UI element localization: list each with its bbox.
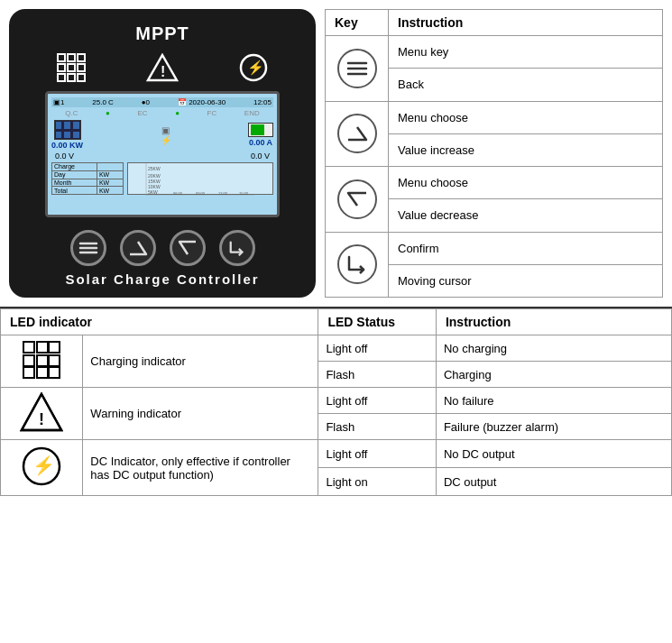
led-indicator-header: LED indicator <box>1 309 318 335</box>
svg-rect-0 <box>58 54 65 61</box>
menu-key-button[interactable] <box>337 49 377 88</box>
svg-rect-30 <box>23 342 34 353</box>
table-row: Menu key <box>326 36 663 69</box>
svg-rect-4 <box>68 64 75 71</box>
svg-text:!: ! <box>39 410 44 428</box>
value-decrease-instruction: Value decrease <box>389 199 663 232</box>
back-instruction: Back <box>389 69 663 101</box>
confirm-key-icon-cell <box>326 232 389 298</box>
up-key-button[interactable] <box>337 114 377 153</box>
svg-rect-8 <box>78 74 85 81</box>
svg-rect-3 <box>58 64 65 71</box>
svg-rect-7 <box>68 74 75 81</box>
failure-instruction: Failure (buzzer alarm) <box>436 414 671 440</box>
svg-rect-37 <box>37 367 48 378</box>
down-key-button[interactable] <box>337 179 377 219</box>
dc-status-on: Light on <box>318 468 437 496</box>
key-table-container: Key Instruction <box>325 9 663 298</box>
table-row: ⚡ DC Indicator, only effective if contro… <box>1 440 672 468</box>
device-confirm-button[interactable] <box>219 230 255 266</box>
led-instruction-header: Instruction <box>436 309 671 335</box>
svg-rect-36 <box>23 367 34 378</box>
svg-text:!: ! <box>161 64 165 79</box>
no-charging-instruction: No charging <box>436 335 671 362</box>
table-row: Menu choose <box>326 101 663 133</box>
device-buttons <box>63 230 262 266</box>
table-row: Menu choose <box>326 167 663 199</box>
svg-text:⚡: ⚡ <box>32 455 55 476</box>
no-failure-instruction: No failure <box>436 388 671 414</box>
table-row: ! Warning indicator Light off No failure <box>1 388 672 414</box>
svg-rect-31 <box>37 342 48 353</box>
no-dc-output-instruction: No DC output <box>436 440 671 468</box>
device-title: MPPT <box>135 23 189 44</box>
svg-text:⚡: ⚡ <box>247 60 264 76</box>
device-panel: MPPT ! <box>9 9 316 298</box>
confirm-key-button[interactable] <box>337 244 377 284</box>
table-row: Confirm <box>326 232 663 264</box>
warning-indicator-desc: Warning indicator <box>83 388 318 440</box>
charging-instruction: Charging <box>436 362 671 388</box>
svg-text:25KW: 25KW <box>148 166 161 171</box>
grid-led-icon-cell <box>1 335 83 388</box>
menu-choose-up-instruction: Menu choose <box>389 101 663 133</box>
device-subtitle: Solar Charge Controller <box>65 271 259 287</box>
charging-status-off: Light off <box>318 335 437 362</box>
dc-output-instruction: DC output <box>436 468 671 496</box>
bottom-section: LED indicator LED Status Instruction <box>0 308 672 496</box>
instruction-col-header: Instruction <box>389 10 663 36</box>
table-row: Charging indicator Light off No charging <box>1 335 672 362</box>
device-menu-button[interactable] <box>70 230 106 266</box>
device-down-button[interactable] <box>170 230 206 266</box>
svg-rect-5 <box>78 64 85 71</box>
svg-text:12:00: 12:00 <box>218 191 228 196</box>
svg-rect-32 <box>49 342 60 353</box>
dc-status-off: Light off <box>318 440 437 468</box>
svg-rect-33 <box>23 355 34 366</box>
menu-key-icon-cell <box>326 36 389 102</box>
key-col-header: Key <box>326 10 389 36</box>
warning-status-flash: Flash <box>318 414 437 440</box>
charging-indicator-desc: Charging indicator <box>83 335 318 388</box>
led-status-header: LED Status <box>318 309 437 335</box>
down-key-icon-cell <box>326 167 389 233</box>
device-top-icons: ! ⚡ <box>27 53 298 82</box>
svg-rect-6 <box>58 74 65 81</box>
lcd-screen: ▣1 25.0 C ●0 📅 2020-06-30 12:05 Q.C ● EC… <box>45 91 280 217</box>
dc-indicator-desc: DC Indicator, only effective if controll… <box>83 440 318 496</box>
warning-led-icon-cell: ! <box>1 388 83 440</box>
dc-led-icon-cell: ⚡ <box>1 440 83 496</box>
value-increase-instruction: Value increase <box>389 133 663 166</box>
warning-status-off: Light off <box>318 388 437 414</box>
svg-rect-35 <box>49 355 60 366</box>
charging-status-flash: Flash <box>318 362 437 388</box>
menu-key-instruction: Menu key <box>389 36 663 69</box>
top-section: MPPT ! <box>0 0 672 308</box>
warning-top-icon: ! <box>146 53 179 82</box>
moving-cursor-instruction: Moving cursor <box>389 264 663 297</box>
svg-text:09:00: 09:00 <box>196 191 206 196</box>
svg-rect-38 <box>49 367 60 378</box>
svg-text:06:00: 06:00 <box>173 191 183 196</box>
svg-rect-1 <box>68 54 75 61</box>
svg-text:15:00: 15:00 <box>239 191 249 196</box>
svg-text:5KW: 5KW <box>148 189 158 195</box>
dc-top-icon: ⚡ <box>239 53 268 82</box>
key-table: Key Instruction <box>325 9 663 298</box>
menu-choose-down-instruction: Menu choose <box>389 167 663 199</box>
device-up-button[interactable] <box>120 230 156 266</box>
svg-rect-2 <box>78 54 85 61</box>
svg-rect-34 <box>37 355 48 366</box>
up-key-icon-cell <box>326 101 389 167</box>
confirm-instruction: Confirm <box>389 232 663 264</box>
led-table: LED indicator LED Status Instruction <box>0 308 672 496</box>
grid-top-icon <box>57 53 86 82</box>
